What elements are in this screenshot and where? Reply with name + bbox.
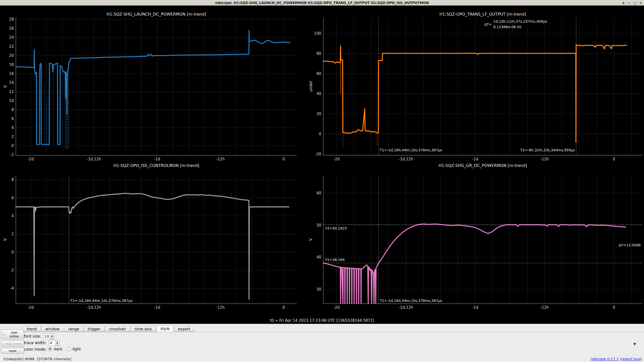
- shade-button[interactable]: ∧: [622, 1, 625, 5]
- trace-width-row: trace width: 4 ▲ ▼: [24, 340, 59, 346]
- trace-width-value[interactable]: 4: [49, 340, 55, 346]
- y-tick-label: 16: [9, 71, 14, 76]
- font-size-row: font size: 10 ▲ ▼: [24, 334, 54, 339]
- y-tick-label: 0: [319, 132, 321, 136]
- x-tick-label: -2d: [27, 305, 33, 310]
- report-bug-link[interactable]: (report bug): [620, 357, 642, 361]
- y-tick-label: -4: [10, 286, 14, 291]
- reset-button[interactable]: reset: [1, 348, 24, 354]
- minimize-button[interactable]: −: [627, 1, 631, 5]
- version-links: ndscope 0.17.1 (report bug): [591, 357, 642, 361]
- version-link[interactable]: ndscope 0.17.1: [591, 357, 619, 361]
- plot-canvas-opo-iss-controlmon[interactable]: T1=-1d,16h,44m,10s,578ms,367µs-2d-1d,12h…: [0, 161, 308, 317]
- color-mode-row: color mode: darklight: [24, 347, 85, 352]
- tab-trigger[interactable]: trigger: [84, 326, 105, 332]
- y-tick-label: -2: [10, 268, 14, 273]
- y-tick-label: 20: [316, 112, 321, 116]
- window-buttons: ∧−□✕: [622, 0, 642, 6]
- y-tick-label: 40: [316, 255, 321, 259]
- x-tick-label: -12h: [540, 157, 549, 161]
- tab-window[interactable]: window: [41, 326, 64, 332]
- color-mode-label: color mode:: [24, 347, 46, 352]
- time-cursor-label: T2=-6h,32m,33s,340ms,959µs: [520, 148, 575, 152]
- x-tick-label: -1d,12h: [399, 305, 413, 310]
- y-tick-label: 18: [9, 62, 14, 67]
- spin-down-icon[interactable]: ▼: [51, 336, 53, 338]
- plot-h1-sqz-shg-launch-dc-powermon[interactable]: -2d-1d,12h-1d-12h0-202468101214161820222…: [0, 6, 308, 161]
- y-tick-label: -2: [10, 153, 14, 157]
- trace-width-spin-arrows[interactable]: ▲ ▼: [55, 340, 59, 346]
- control-panel: ▷ start online □ stop online reset trend…: [0, 324, 644, 356]
- tab-style[interactable]: style: [156, 325, 174, 332]
- time-cursor-label: T1=-1d,16h,44m,10s,578ms,367µs: [380, 148, 442, 152]
- grid: [16, 175, 297, 304]
- y-cursor-label: Y2=50.1925: [325, 226, 347, 230]
- trace-width-spinner[interactable]: 4 ▲ ▼: [49, 340, 59, 346]
- overflow-arrow-icon[interactable]: ▼: [633, 342, 636, 346]
- y-tick-label: 50: [316, 223, 321, 228]
- plot-title: H1:SQZ-SHG_LAUNCH_DC_POWERMON [m-trend]: [107, 12, 206, 17]
- font-size-spin-arrows[interactable]: ▲ ▼: [50, 334, 54, 339]
- tab-time-axis[interactable]: time axis: [131, 326, 156, 332]
- trace-H1:SQZ-OPO_ISS_CONTROLMON: [16, 193, 289, 299]
- time-cursor-label: T1=-1d,16h,44m,10s,578ms,367µs: [70, 299, 133, 303]
- y-tick-label: 6: [11, 116, 14, 121]
- radio-light-icon[interactable]: [67, 347, 71, 351]
- y-tick-label: 2: [11, 232, 14, 236]
- x-tick-label: 0: [613, 305, 615, 310]
- y-tick-label: 0: [11, 250, 14, 254]
- color-mode-option-light[interactable]: light: [67, 347, 81, 351]
- x-tick-label: -2d: [334, 157, 340, 161]
- server-status: h1daqnds1:8088 [372678 channels]: [4, 357, 71, 361]
- y-tick-label: 24: [9, 35, 14, 40]
- x-tick-label: -1d: [472, 157, 478, 161]
- y-tick-label: 10: [9, 99, 14, 103]
- tab-bar: trendwindowrangetriggercrosshairtime axi…: [23, 326, 644, 332]
- font-size-spinner[interactable]: 10 ▲ ▼: [43, 334, 54, 339]
- plot-canvas-opo-trans-lf-output[interactable]: T1=-1d,16h,44m,10s,578ms,367µsT2=-6h,32m…: [308, 6, 644, 161]
- y-tick-label: 8: [11, 108, 14, 112]
- x-tick-label: -1d,12h: [87, 157, 101, 161]
- status-bar: h1daqnds1:8088 [372678 channels] ndscope…: [0, 356, 644, 362]
- y-tick-label: 12: [9, 89, 14, 94]
- x-tick-label: -12h: [216, 157, 225, 161]
- y-tick-label: 6: [11, 196, 14, 200]
- y-tick-label: 80: [316, 51, 321, 56]
- time-cursor-label: T1=-1d,16h,44m,10s,578ms,367µs: [380, 299, 442, 303]
- radio-dark-icon[interactable]: [48, 347, 52, 351]
- radio-dark-label: dark: [54, 347, 62, 351]
- y-tick-label: 26: [9, 26, 14, 31]
- spin-down-icon[interactable]: ▼: [57, 343, 58, 344]
- color-mode-option-dark[interactable]: dark: [48, 347, 62, 351]
- stop-online-button[interactable]: □ stop online: [1, 341, 24, 347]
- x-tick-label: -1d: [154, 305, 160, 310]
- x-tick-label: -1d: [472, 305, 478, 310]
- tab-range[interactable]: range: [64, 326, 83, 332]
- x-tick-label: -12h: [540, 305, 549, 310]
- window-title: ndscope: H1:SQZ-SHG_LAUNCH_DC_POWERMON H…: [215, 1, 429, 5]
- window-titlebar[interactable]: ndscope: H1:SQZ-SHG_LAUNCH_DC_POWERMON H…: [0, 0, 644, 6]
- radio-light-label: light: [72, 347, 81, 351]
- y-tick-label: 4: [11, 214, 14, 218]
- tab-export[interactable]: export: [174, 326, 194, 332]
- font-size-value[interactable]: 10: [44, 334, 50, 339]
- tab-trend[interactable]: trend: [23, 326, 41, 332]
- tab-crosshair[interactable]: crosshair: [105, 326, 130, 332]
- plot-canvas-shg-launch-dc-powermon[interactable]: -2d-1d,12h-1d-12h0-202468101214161820222…: [0, 6, 308, 161]
- y-tick-label: 60: [316, 71, 321, 76]
- plot-canvas-shg-gr-dc-powermon[interactable]: Y2=50.1925Y1=38.184T1=-1d,16h,44m,10s,57…: [308, 161, 644, 317]
- stop-online-label: stop online: [6, 342, 22, 346]
- y-tick-label: 2: [11, 134, 14, 139]
- annotation: ΔT=: [484, 22, 492, 26]
- y-tick-label: 22: [9, 44, 14, 49]
- maximize-button[interactable]: □: [633, 1, 637, 5]
- y-tick-label: 0: [11, 144, 14, 148]
- trace-H1:SQZ-SHG_GR_DC_POWERMON: [323, 224, 625, 303]
- start-online-button[interactable]: ▷ start online: [1, 330, 24, 339]
- close-button[interactable]: ✕: [639, 1, 642, 5]
- y-tick-label: 30: [316, 287, 321, 292]
- trace-H1:SQZ-OPO_TRANS_LF_OUTPUT: [323, 45, 627, 142]
- plot-h1-sqz-shg-gr-dc-powermon[interactable]: Y2=50.1925Y1=38.184T1=-1d,16h,44m,10s,57…: [308, 161, 644, 317]
- plot-h1-sqz-opo-iss-controlmon[interactable]: T1=-1d,16h,44m,10s,578ms,367µs-2d-1d,12h…: [0, 161, 308, 317]
- plot-h1-sqz-opo-trans-lf-output[interactable]: T1=-1d,16h,44m,10s,578ms,367µsT2=-6h,32m…: [308, 6, 644, 161]
